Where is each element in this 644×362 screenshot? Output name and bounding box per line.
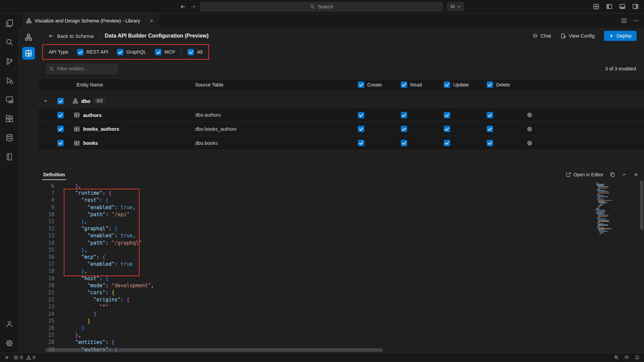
group-select-checkbox[interactable] [57,98,64,104]
code-line[interactable]: 24 ] [38,311,644,318]
code-line[interactable]: 26 } [38,325,644,332]
chevron-up-icon[interactable] [622,172,627,177]
sql-projects-icon[interactable] [0,147,19,166]
row-select-checkbox[interactable] [57,112,64,118]
code-line[interactable]: 20 "mode": "development", [38,282,644,289]
read-column-checkbox[interactable] [401,81,407,88]
explorer-icon[interactable] [0,13,19,33]
forward-navigation-button[interactable] [190,4,196,10]
schema-group-row[interactable]: dbo 3/3 [38,94,644,108]
code-line[interactable]: 18 }, [38,268,644,275]
read-checkbox[interactable] [401,140,407,146]
run-debug-icon[interactable] [0,71,19,90]
rest-api-checkbox[interactable] [77,49,84,55]
row-select-checkbox[interactable] [57,140,64,146]
create-column-checkbox[interactable] [358,81,364,88]
delete-checkbox[interactable] [487,112,493,118]
customize-layout-icon[interactable] [593,3,599,10]
copilot-status-icon[interactable] [624,355,629,360]
create-checkbox[interactable] [358,126,364,132]
view-config-button[interactable]: View Config [560,33,595,39]
group-expand-chevron-icon[interactable] [38,98,53,104]
update-checkbox[interactable] [444,112,450,118]
code-line[interactable]: 8 "rest": { [38,197,644,204]
code-line[interactable]: 14 "path": "/graphql" [38,240,644,247]
entity-row[interactable]: books dbo.books [38,136,644,150]
code-line[interactable]: 19 "host": { [38,275,644,282]
back-navigation-button[interactable] [180,4,186,10]
mcp-checkbox[interactable] [155,49,161,55]
code-line[interactable]: 13 "enabled": true, [38,232,644,239]
delete-checkbox[interactable] [487,140,493,146]
source-control-icon[interactable] [0,52,19,71]
graphql-option[interactable]: GraphQL [117,49,147,55]
code-editor[interactable]: 6 },7 "runtime": {8 "rest": {9 "enabled"… [38,181,644,353]
code-line[interactable]: 17 "enabled": true [38,261,644,268]
all-checkbox[interactable] [187,49,194,55]
read-checkbox[interactable] [401,112,407,118]
extensions-icon[interactable] [0,109,19,128]
code-line[interactable]: 27 }, [38,332,644,339]
read-checkbox[interactable] [401,126,407,132]
code-line[interactable]: 11 }, [38,218,644,225]
database-icon[interactable] [0,128,19,147]
problems-indicator[interactable]: 0 0 [13,355,35,360]
toggle-panel-icon[interactable] [619,3,626,10]
update-checkbox[interactable] [444,140,450,146]
code-line[interactable]: 25 } [38,318,644,325]
create-checkbox[interactable] [358,140,364,146]
entity-row[interactable]: books_authors dbo.books_authors [38,122,644,136]
code-line[interactable]: 10 "path": "/api" [38,211,644,218]
split-editor-icon[interactable] [621,18,627,23]
toggle-sidebar-left-icon[interactable] [606,3,612,10]
open-in-editor-button[interactable]: Open in Editor [566,172,604,177]
command-center-search[interactable]: Search [200,2,443,11]
toggle-sidebar-right-icon[interactable] [632,3,639,10]
delete-checkbox[interactable] [487,126,493,132]
code-line[interactable]: 12 "graphql": { [38,225,644,232]
more-actions-icon[interactable] [633,18,639,23]
update-checkbox[interactable] [444,126,450,132]
search-sidebar-icon[interactable] [0,33,19,52]
horizontal-scrollbar-thumb[interactable] [46,348,383,352]
remote-explorer-icon[interactable] [0,90,19,109]
definition-tab[interactable]: Definition [42,169,66,180]
code-line[interactable]: 28 "entities": { [38,339,644,346]
all-option[interactable]: All [187,49,202,55]
tab-close-icon[interactable] [149,18,154,23]
chat-button[interactable]: Chat [532,33,551,39]
entity-row[interactable]: authors dbo.authors [38,108,644,122]
minimap[interactable] [595,183,635,235]
mcp-option[interactable]: MCP [155,49,175,55]
delete-column-checkbox[interactable] [487,81,493,88]
row-select-checkbox[interactable] [57,126,64,132]
create-checkbox[interactable] [358,112,364,118]
data-api-builder-icon[interactable] [22,47,35,60]
copilot-menu-button[interactable] [447,2,464,11]
copy-icon[interactable] [610,172,615,177]
code-line[interactable]: 22 "origins": [ [38,296,644,303]
vertical-scrollbar[interactable] [639,181,644,353]
code-line[interactable]: 15 }, [38,247,644,254]
deploy-button[interactable]: Deploy [604,31,637,41]
vertical-scrollbar-thumb[interactable] [640,181,643,230]
remote-indicator-icon[interactable] [4,355,9,360]
code-line[interactable]: 23 "*" [38,303,644,310]
code-line[interactable]: 6 }, [38,183,644,190]
notifications-bell-icon[interactable] [635,355,640,360]
code-line[interactable]: 21 "cors": { [38,289,644,296]
settings-gear-icon[interactable] [0,334,19,353]
update-column-checkbox[interactable] [444,81,450,88]
close-panel-icon[interactable] [633,172,639,177]
back-to-schema-button[interactable]: Back to Schema [48,33,94,39]
code-line[interactable]: 16 "mcp": { [38,254,644,261]
visualize-schema-icon[interactable] [22,31,35,44]
code-line[interactable]: 9 "enabled": true, [38,204,644,211]
horizontal-scrollbar[interactable] [38,348,639,352]
zoom-indicator-icon[interactable] [614,355,619,360]
tab-visualize-design-schema[interactable]: Visualize and Design Schema (Preview) - … [22,13,158,28]
graphql-checkbox[interactable] [117,49,123,55]
code-line[interactable]: 7 "runtime": { [38,190,644,197]
account-icon[interactable] [0,314,19,334]
filter-entities-input[interactable] [46,64,117,74]
